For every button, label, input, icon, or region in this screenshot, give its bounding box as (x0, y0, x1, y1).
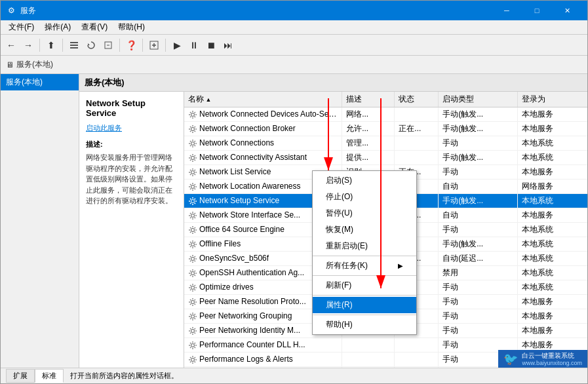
sidebar-item-local[interactable]: 服务(本地) (1, 74, 79, 90)
cell-logon: 本地系统 (517, 252, 587, 266)
cell-logon: 网络服务 (517, 180, 587, 194)
col-status[interactable]: 状态 (395, 92, 439, 107)
cell-startup: 手动 (439, 324, 517, 338)
gear-row-icon (188, 355, 197, 364)
ctx-label: 帮助(H) (326, 319, 353, 330)
toolbar: ← → ⬆ ❓ (1, 35, 587, 56)
cell-startup: 手动(触发... (439, 151, 517, 165)
svg-point-21 (191, 286, 195, 289)
table-header: 名称 描述 状态 启动类型 登录为 (184, 92, 587, 107)
cell-status (395, 136, 439, 151)
cell-name: Network Connection Broker (184, 122, 342, 136)
pause-button[interactable]: ⏸ (186, 37, 202, 53)
cell-logon: 本地系统 (517, 280, 587, 295)
ctx-item-m[interactable]: 恢复(M) (313, 221, 416, 238)
svg-rect-2 (70, 47, 78, 48)
title-bar: ⚙ 服务 ─ □ ✕ (1, 1, 587, 20)
stop-button[interactable]: ⏹ (203, 37, 219, 53)
context-menu: 启动(S)停止(O)暂停(U)恢复(M)重新启动(E)所有任务(K)▶刷新(F)… (312, 170, 417, 335)
new-button[interactable] (146, 37, 162, 53)
cell-logon: 本地服务 (517, 122, 587, 136)
table-row[interactable]: Network Connected Devices Auto-Setup 网络.… (184, 107, 587, 122)
cell-name: Network Connections (184, 136, 342, 151)
export-button[interactable] (100, 37, 116, 53)
col-logon[interactable]: 登录为 (517, 92, 587, 107)
tab-standard[interactable]: 标准 (35, 369, 64, 383)
close-button[interactable]: ✕ (552, 1, 582, 20)
cell-status: 在设... (395, 367, 439, 368)
table-row[interactable]: Performance Counter DLL H... 手动 本地服务 (184, 338, 587, 353)
gear-row-icon (188, 341, 197, 350)
restart-button[interactable]: ⏭ (220, 37, 236, 53)
ctx-item-u[interactable]: 暂停(U) (313, 205, 416, 221)
cell-logon: 本地系统 (517, 194, 587, 208)
help-button[interactable]: ❓ (123, 37, 139, 53)
cell-status (395, 353, 439, 367)
ctx-item-e[interactable]: 重新启动(E) (313, 238, 416, 254)
svg-point-16 (191, 214, 195, 217)
menu-action[interactable]: 操作(A) (39, 20, 76, 34)
svg-point-12 (191, 156, 195, 159)
window-title: 服务 (20, 5, 492, 16)
minimize-button[interactable]: ─ (492, 1, 522, 20)
table-row[interactable]: Network Connectivity Assistant 提供... 手动(… (184, 151, 587, 165)
services-body: Network Setup Service 启动此服务 描述: 网络安装服务用于… (79, 92, 587, 368)
address-value: 服务(本地) (16, 59, 53, 70)
svg-rect-1 (70, 45, 78, 46)
menu-help[interactable]: 帮助(H) (113, 20, 150, 34)
col-desc[interactable]: 描述 (342, 92, 395, 107)
ctx-label: 所有任务(K) (326, 260, 368, 271)
ctx-label: 属性(R) (326, 299, 353, 311)
ctx-item-r[interactable]: 属性(R) (313, 297, 416, 313)
cell-name: Performance Counter DLL H... (184, 338, 342, 353)
ctx-separator (313, 295, 416, 296)
status-tabs: 扩展 标准 (6, 369, 64, 383)
col-startup[interactable]: 启动类型 (439, 92, 517, 107)
ctx-separator (313, 256, 416, 256)
svg-point-24 (191, 329, 195, 332)
ctx-item-f[interactable]: 刷新(F) (313, 277, 416, 294)
cell-logon: 本地服务 (517, 107, 587, 122)
cell-startup: 手动(触发... (439, 122, 517, 136)
table-row[interactable]: Network Connection Broker 允许... 正在... 手动… (184, 122, 587, 136)
svg-rect-0 (70, 42, 78, 43)
gear-row-icon (188, 153, 197, 163)
svg-point-20 (191, 271, 195, 275)
gear-row-icon (188, 254, 197, 263)
table-row[interactable]: Phone Service 在设... 手动(触发... 本地服务 (184, 367, 587, 368)
table-row[interactable]: Performance Logs & Alerts 手动 本地服务 (184, 353, 587, 367)
refresh-button[interactable] (83, 37, 99, 53)
window-controls: ─ □ ✕ (492, 1, 582, 20)
ctx-item-k[interactable]: 所有任务(K)▶ (313, 258, 416, 274)
menu-file[interactable]: 文件(F) (3, 20, 39, 34)
up-button[interactable]: ⬆ (43, 37, 59, 53)
menu-view[interactable]: 查看(V) (76, 20, 113, 34)
svg-point-18 (191, 242, 195, 246)
address-bar: 🖥 服务(本地) (1, 56, 587, 74)
maximize-button[interactable]: □ (522, 1, 552, 20)
forward-button[interactable]: → (20, 37, 36, 53)
svg-point-26 (191, 358, 195, 361)
toolbar-separator-5 (165, 39, 166, 52)
gear-row-icon (188, 225, 197, 235)
services-list: 名称 描述 状态 启动类型 登录为 Network Connected Devi… (184, 92, 587, 368)
cell-desc (342, 338, 395, 353)
cell-startup: 手动 (439, 338, 517, 353)
table-row[interactable]: Network Connections 管理... 手动 本地系统 (184, 136, 587, 151)
refresh-icon (87, 41, 96, 50)
start-service-link[interactable]: 启动此服务 (86, 124, 122, 132)
gear-row-icon (188, 283, 197, 292)
show-hide-button[interactable] (66, 37, 82, 53)
cell-status (395, 338, 439, 353)
tab-expand[interactable]: 扩展 (6, 369, 35, 383)
desc-service-name: Network Setup Service (86, 98, 177, 118)
cell-startup: 手动 (439, 223, 517, 237)
play-button[interactable]: ▶ (169, 37, 185, 53)
back-button[interactable]: ← (3, 37, 19, 53)
ctx-item-o[interactable]: 停止(O) (313, 189, 416, 205)
ctx-item-h[interactable]: 帮助(H) (313, 317, 416, 333)
gear-row-icon (188, 298, 197, 307)
col-name[interactable]: 名称 (184, 92, 342, 107)
main-content: 服务(本地) 服务(本地) Network Setup Service 启动此服… (1, 74, 587, 368)
ctx-item-s[interactable]: 启动(S) (313, 172, 416, 189)
